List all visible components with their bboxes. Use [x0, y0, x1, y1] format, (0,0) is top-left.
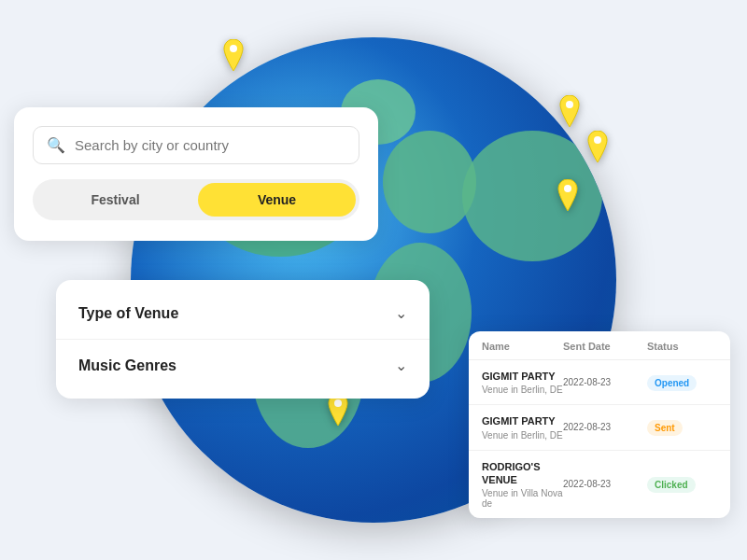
svg-point-6 — [462, 131, 602, 261]
map-pin-1 — [220, 39, 247, 71]
row-2-badge: Sent — [647, 420, 683, 436]
search-input[interactable] — [75, 137, 345, 153]
row-2-name: GIGMIT PARTY — [482, 414, 563, 427]
table-row: GIGMIT PARTY Venue in Berlin, DE 2022-08… — [469, 360, 730, 405]
header-sent-date: Sent Date — [563, 341, 647, 352]
venue-type-toggle: Festival Venue — [33, 179, 359, 220]
search-icon: 🔍 — [47, 136, 65, 154]
row-1-name: GIGMIT PARTY — [482, 370, 563, 383]
row-3-status: Clicked — [647, 475, 717, 493]
row-1-sub: Venue in Berlin, DE — [482, 385, 563, 395]
table-card: Name Sent Date Status GIGMIT PARTY Venue… — [469, 331, 730, 518]
map-pin-5 — [325, 394, 351, 426]
row-3-date: 2022-08-23 — [563, 479, 647, 489]
svg-point-3 — [383, 131, 476, 233]
row-2-date: 2022-08-23 — [563, 422, 647, 432]
row-3-sub: Venue in Villa Nova de — [482, 488, 563, 509]
table-row: GIGMIT PARTY Venue in Berlin, DE 2022-08… — [469, 405, 730, 450]
svg-point-11 — [564, 185, 571, 192]
row-2-sub: Venue in Berlin, DE — [482, 430, 563, 441]
map-pin-3 — [585, 131, 611, 162]
row-3-name: RODRIGO'S VENUE — [482, 460, 563, 487]
svg-point-12 — [334, 399, 342, 407]
table-header: Name Sent Date Status — [469, 331, 730, 360]
music-genres-label: Music Genres — [78, 357, 176, 374]
row-2-name-cell: GIGMIT PARTY Venue in Berlin, DE — [482, 414, 563, 440]
row-3-badge: Clicked — [647, 477, 696, 493]
row-1-badge: Opened — [647, 375, 697, 391]
header-status: Status — [647, 341, 717, 352]
row-1-status: Opened — [647, 373, 717, 391]
table-row: RODRIGO'S VENUE Venue in Villa Nova de 2… — [469, 451, 730, 519]
music-genres-filter[interactable]: Music Genres ⌄ — [56, 340, 430, 391]
search-card: 🔍 Festival Venue — [14, 107, 378, 241]
row-3-name-cell: RODRIGO'S VENUE Venue in Villa Nova de — [482, 460, 563, 510]
search-input-wrap[interactable]: 🔍 — [33, 126, 359, 164]
festival-toggle-button[interactable]: Festival — [36, 183, 194, 217]
venue-toggle-button[interactable]: Venue — [198, 183, 356, 217]
type-of-venue-filter[interactable]: Type of Venue ⌄ — [56, 287, 430, 340]
type-of-venue-label: Type of Venue — [78, 305, 178, 322]
svg-point-8 — [230, 45, 237, 52]
filter-card: Type of Venue ⌄ Music Genres ⌄ — [56, 280, 430, 399]
row-1-name-cell: GIGMIT PARTY Venue in Berlin, DE — [482, 370, 563, 395]
svg-point-9 — [566, 101, 573, 108]
music-genres-chevron: ⌄ — [395, 357, 407, 374]
row-1-date: 2022-08-23 — [563, 377, 647, 387]
map-pin-2 — [557, 95, 583, 127]
svg-point-10 — [594, 136, 601, 144]
header-name: Name — [482, 341, 563, 352]
row-2-status: Sent — [647, 418, 717, 436]
map-pin-4 — [555, 179, 581, 211]
type-of-venue-chevron: ⌄ — [395, 304, 407, 322]
